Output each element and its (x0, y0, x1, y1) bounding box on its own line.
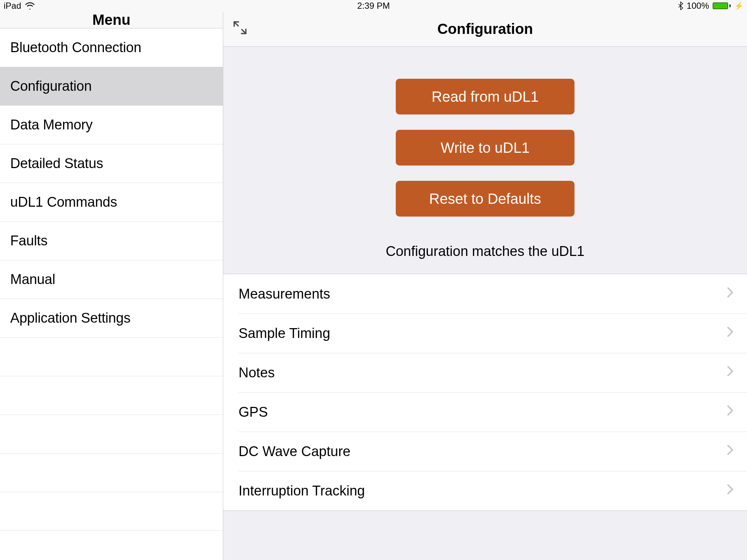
sidebar-item-application-settings[interactable]: Application Settings (0, 299, 223, 338)
row-label: Interruption Tracking (239, 483, 365, 499)
sidebar-title: Menu (92, 12, 130, 28)
row-gps[interactable]: GPS (223, 392, 747, 432)
status-right: 100% ⚡ (678, 1, 743, 11)
row-label: Measurements (239, 286, 330, 302)
chevron-right-icon (727, 483, 734, 498)
chevron-right-icon (727, 444, 734, 459)
row-label: Notes (239, 365, 275, 381)
sidebar-list: Bluetooth Connection Configuration Data … (0, 28, 223, 560)
expand-icon[interactable] (232, 20, 248, 39)
chevron-right-icon (727, 365, 734, 380)
row-notes[interactable]: Notes (223, 353, 747, 392)
sidebar-item-bluetooth-connection[interactable]: Bluetooth Connection (0, 28, 223, 67)
main-body: Read from uDL1 Write to uDL1 Reset to De… (223, 47, 747, 560)
sidebar-item-label: Application Settings (10, 310, 131, 326)
row-sample-timing[interactable]: Sample Timing (223, 314, 747, 353)
sidebar-spacer (0, 338, 223, 376)
battery-icon (713, 3, 731, 9)
write-to-udl1-button[interactable]: Write to uDL1 (396, 130, 574, 166)
action-buttons: Read from uDL1 Write to uDL1 Reset to De… (223, 47, 747, 231)
clock: 2:39 PM (357, 1, 390, 11)
sidebar-item-faults[interactable]: Faults (0, 222, 223, 260)
sidebar-item-label: Detailed Status (10, 156, 103, 171)
sidebar-item-label: Faults (10, 233, 47, 249)
chevron-right-icon (727, 326, 734, 341)
sidebar-spacer (0, 531, 223, 560)
row-label: Sample Timing (239, 326, 330, 341)
row-label: DC Wave Capture (239, 444, 351, 459)
chevron-right-icon (727, 405, 734, 419)
config-sections: Measurements Sample Timing Notes (223, 274, 747, 511)
row-interruption-tracking[interactable]: Interruption Tracking (223, 471, 747, 510)
sidebar-spacer (0, 492, 223, 531)
wifi-icon (25, 2, 35, 9)
sidebar-item-detailed-status[interactable]: Detailed Status (0, 144, 223, 183)
row-label: GPS (239, 404, 268, 420)
battery-pct: 100% (687, 1, 709, 11)
sidebar-spacer (0, 376, 223, 415)
row-dc-wave-capture[interactable]: DC Wave Capture (223, 432, 747, 471)
sidebar-item-udl1-commands[interactable]: uDL1 Commands (0, 183, 223, 222)
read-from-udl1-button[interactable]: Read from uDL1 (396, 79, 574, 114)
status-left: iPad (4, 1, 35, 11)
sidebar-spacer (0, 454, 223, 492)
sidebar-item-data-memory[interactable]: Data Memory (0, 106, 223, 144)
reset-to-defaults-button[interactable]: Reset to Defaults (396, 181, 574, 217)
charging-icon: ⚡ (734, 2, 743, 9)
chevron-right-icon (727, 287, 734, 301)
sidebar-spacer (0, 415, 223, 454)
page-title: Configuration (437, 21, 533, 37)
bluetooth-icon (678, 1, 683, 10)
sidebar-item-label: Manual (10, 272, 55, 287)
sidebar-item-configuration[interactable]: Configuration (0, 67, 223, 106)
main-header: Configuration (223, 12, 747, 47)
status-bar: iPad 2:39 PM 100% ⚡ (0, 0, 747, 12)
config-status-text: Configuration matches the uDL1 (223, 231, 747, 274)
row-measurements[interactable]: Measurements (223, 274, 747, 314)
sidebar: Menu Bluetooth Connection Configuration … (0, 12, 223, 560)
sidebar-header: Menu (0, 12, 223, 28)
main-pane: Configuration Read from uDL1 Write to uD… (223, 12, 747, 560)
sidebar-item-label: Bluetooth Connection (10, 40, 141, 55)
sidebar-item-manual[interactable]: Manual (0, 260, 223, 299)
device-label: iPad (4, 1, 21, 11)
sidebar-item-label: Configuration (10, 78, 92, 94)
sidebar-item-label: Data Memory (10, 117, 93, 133)
sidebar-item-label: uDL1 Commands (10, 194, 117, 210)
